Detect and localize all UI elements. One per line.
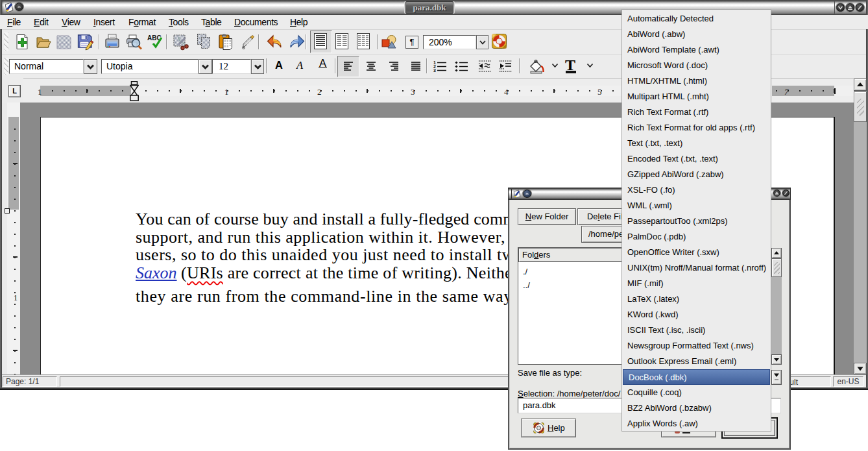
svg-text:3: 3 (433, 68, 436, 72)
